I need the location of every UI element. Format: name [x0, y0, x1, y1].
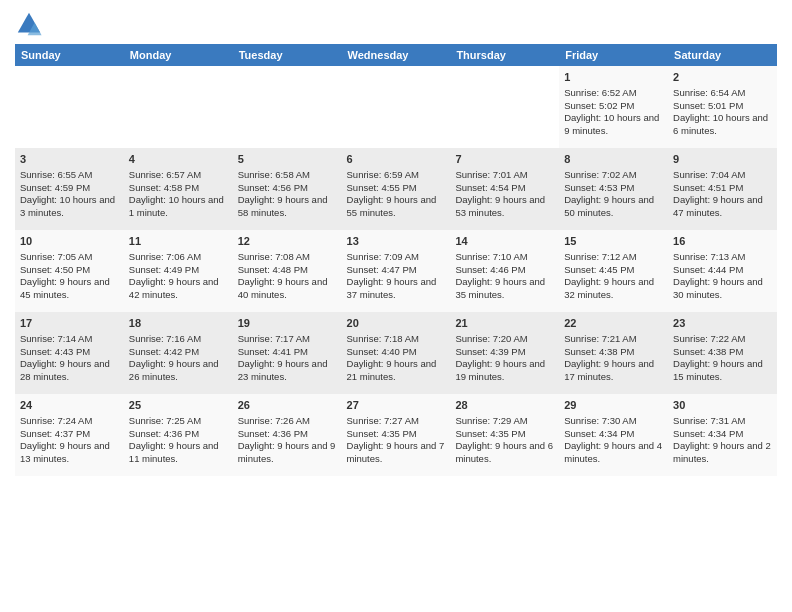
calendar-cell: 4Sunrise: 6:57 AMSunset: 4:58 PMDaylight…: [124, 148, 233, 230]
day-number: 23: [673, 316, 772, 331]
day-info: Daylight: 9 hours and 40 minutes.: [238, 276, 337, 302]
week-row-1: 1Sunrise: 6:52 AMSunset: 5:02 PMDaylight…: [15, 66, 777, 148]
day-info: Daylight: 9 hours and 28 minutes.: [20, 358, 119, 384]
calendar-table: SundayMondayTuesdayWednesdayThursdayFrid…: [15, 44, 777, 476]
day-info: Sunset: 4:36 PM: [129, 428, 228, 441]
day-info: Daylight: 10 hours and 6 minutes.: [673, 112, 772, 138]
day-info: Sunrise: 6:59 AM: [347, 169, 446, 182]
day-number: 1: [564, 70, 663, 85]
day-info: Sunrise: 7:16 AM: [129, 333, 228, 346]
day-info: Sunset: 4:40 PM: [347, 346, 446, 359]
day-info: Daylight: 9 hours and 37 minutes.: [347, 276, 446, 302]
day-number: 29: [564, 398, 663, 413]
calendar-cell: 14Sunrise: 7:10 AMSunset: 4:46 PMDayligh…: [450, 230, 559, 312]
day-info: Sunrise: 7:09 AM: [347, 251, 446, 264]
day-info: Sunrise: 7:17 AM: [238, 333, 337, 346]
day-info: Daylight: 9 hours and 42 minutes.: [129, 276, 228, 302]
weekday-header-monday: Monday: [124, 44, 233, 66]
day-info: Daylight: 10 hours and 1 minute.: [129, 194, 228, 220]
day-info: Sunrise: 7:08 AM: [238, 251, 337, 264]
day-info: Sunrise: 7:02 AM: [564, 169, 663, 182]
day-info: Sunset: 4:42 PM: [129, 346, 228, 359]
week-row-2: 3Sunrise: 6:55 AMSunset: 4:59 PMDaylight…: [15, 148, 777, 230]
day-number: 28: [455, 398, 554, 413]
day-info: Sunrise: 7:29 AM: [455, 415, 554, 428]
logo: [15, 10, 47, 38]
day-number: 17: [20, 316, 119, 331]
logo-icon: [15, 10, 43, 38]
day-info: Sunrise: 7:20 AM: [455, 333, 554, 346]
day-info: Daylight: 9 hours and 21 minutes.: [347, 358, 446, 384]
day-number: 21: [455, 316, 554, 331]
header: [15, 10, 777, 38]
day-number: 25: [129, 398, 228, 413]
weekday-header-wednesday: Wednesday: [342, 44, 451, 66]
day-info: Sunset: 4:55 PM: [347, 182, 446, 195]
day-info: Sunset: 4:47 PM: [347, 264, 446, 277]
calendar-body: 1Sunrise: 6:52 AMSunset: 5:02 PMDaylight…: [15, 66, 777, 476]
day-info: Daylight: 10 hours and 3 minutes.: [20, 194, 119, 220]
calendar-cell: 6Sunrise: 6:59 AMSunset: 4:55 PMDaylight…: [342, 148, 451, 230]
week-row-4: 17Sunrise: 7:14 AMSunset: 4:43 PMDayligh…: [15, 312, 777, 394]
calendar-cell: [233, 66, 342, 148]
day-info: Sunrise: 7:30 AM: [564, 415, 663, 428]
day-info: Sunset: 4:48 PM: [238, 264, 337, 277]
day-info: Sunset: 4:58 PM: [129, 182, 228, 195]
day-info: Daylight: 9 hours and 9 minutes.: [238, 440, 337, 466]
calendar-cell: 20Sunrise: 7:18 AMSunset: 4:40 PMDayligh…: [342, 312, 451, 394]
day-number: 5: [238, 152, 337, 167]
day-info: Sunrise: 7:10 AM: [455, 251, 554, 264]
day-info: Sunrise: 6:54 AM: [673, 87, 772, 100]
calendar-cell: 29Sunrise: 7:30 AMSunset: 4:34 PMDayligh…: [559, 394, 668, 476]
day-info: Sunrise: 7:25 AM: [129, 415, 228, 428]
calendar-cell: 25Sunrise: 7:25 AMSunset: 4:36 PMDayligh…: [124, 394, 233, 476]
calendar-cell: 2Sunrise: 6:54 AMSunset: 5:01 PMDaylight…: [668, 66, 777, 148]
day-info: Sunset: 4:38 PM: [673, 346, 772, 359]
calendar-cell: 3Sunrise: 6:55 AMSunset: 4:59 PMDaylight…: [15, 148, 124, 230]
day-number: 27: [347, 398, 446, 413]
calendar-cell: 12Sunrise: 7:08 AMSunset: 4:48 PMDayligh…: [233, 230, 342, 312]
day-info: Daylight: 9 hours and 13 minutes.: [20, 440, 119, 466]
calendar-cell: 24Sunrise: 7:24 AMSunset: 4:37 PMDayligh…: [15, 394, 124, 476]
day-info: Daylight: 9 hours and 6 minutes.: [455, 440, 554, 466]
day-info: Sunrise: 7:24 AM: [20, 415, 119, 428]
day-info: Sunset: 4:37 PM: [20, 428, 119, 441]
calendar-cell: 23Sunrise: 7:22 AMSunset: 4:38 PMDayligh…: [668, 312, 777, 394]
week-row-3: 10Sunrise: 7:05 AMSunset: 4:50 PMDayligh…: [15, 230, 777, 312]
day-number: 19: [238, 316, 337, 331]
day-info: Sunrise: 7:14 AM: [20, 333, 119, 346]
day-info: Sunset: 4:49 PM: [129, 264, 228, 277]
calendar-cell: 27Sunrise: 7:27 AMSunset: 4:35 PMDayligh…: [342, 394, 451, 476]
day-info: Sunset: 4:53 PM: [564, 182, 663, 195]
day-number: 13: [347, 234, 446, 249]
calendar-cell: 21Sunrise: 7:20 AMSunset: 4:39 PMDayligh…: [450, 312, 559, 394]
day-info: Daylight: 9 hours and 2 minutes.: [673, 440, 772, 466]
day-info: Sunrise: 7:31 AM: [673, 415, 772, 428]
day-info: Sunrise: 7:21 AM: [564, 333, 663, 346]
day-number: 4: [129, 152, 228, 167]
day-info: Sunset: 5:02 PM: [564, 100, 663, 113]
day-info: Daylight: 9 hours and 7 minutes.: [347, 440, 446, 466]
week-row-5: 24Sunrise: 7:24 AMSunset: 4:37 PMDayligh…: [15, 394, 777, 476]
day-info: Sunrise: 7:04 AM: [673, 169, 772, 182]
calendar-cell: [342, 66, 451, 148]
day-number: 10: [20, 234, 119, 249]
page-container: SundayMondayTuesdayWednesdayThursdayFrid…: [0, 0, 792, 486]
calendar-cell: 16Sunrise: 7:13 AMSunset: 4:44 PMDayligh…: [668, 230, 777, 312]
day-info: Sunrise: 7:18 AM: [347, 333, 446, 346]
day-info: Sunset: 4:44 PM: [673, 264, 772, 277]
calendar-cell: 5Sunrise: 6:58 AMSunset: 4:56 PMDaylight…: [233, 148, 342, 230]
weekday-header-row: SundayMondayTuesdayWednesdayThursdayFrid…: [15, 44, 777, 66]
weekday-header-sunday: Sunday: [15, 44, 124, 66]
day-info: Sunrise: 7:12 AM: [564, 251, 663, 264]
calendar-cell: 15Sunrise: 7:12 AMSunset: 4:45 PMDayligh…: [559, 230, 668, 312]
day-info: Daylight: 9 hours and 4 minutes.: [564, 440, 663, 466]
day-info: Sunrise: 7:26 AM: [238, 415, 337, 428]
calendar-cell: 9Sunrise: 7:04 AMSunset: 4:51 PMDaylight…: [668, 148, 777, 230]
day-info: Daylight: 9 hours and 17 minutes.: [564, 358, 663, 384]
day-info: Sunrise: 6:55 AM: [20, 169, 119, 182]
day-info: Sunset: 4:43 PM: [20, 346, 119, 359]
weekday-header-thursday: Thursday: [450, 44, 559, 66]
calendar-cell: [124, 66, 233, 148]
day-info: Sunrise: 7:05 AM: [20, 251, 119, 264]
